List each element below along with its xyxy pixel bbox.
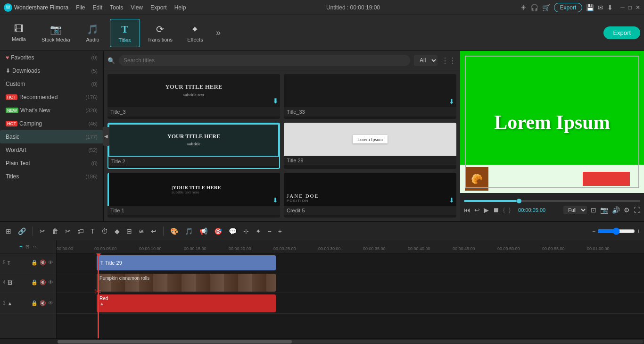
menu-tools[interactable]: Tools bbox=[110, 4, 123, 11]
delete-button[interactable]: 🗑 bbox=[50, 226, 60, 237]
title29-clip[interactable]: T Title 29 bbox=[97, 255, 276, 270]
title29-thumbnail: Lorem Ipsum bbox=[284, 123, 456, 156]
minimize-button[interactable]: ─ bbox=[620, 4, 625, 11]
link-button[interactable]: 🔗 bbox=[16, 226, 28, 237]
sidebar-item-plain-text[interactable]: Plain Text (8) bbox=[0, 157, 103, 170]
sidebar-item-custom[interactable]: Custom (0) bbox=[0, 77, 103, 91]
color2-button[interactable]: 🎨 bbox=[168, 226, 180, 237]
title-item-2[interactable]: YOUR TITLE HEREsubtitle Title 2 bbox=[107, 123, 280, 169]
prev-frame-button[interactable]: ⏮ bbox=[464, 206, 471, 214]
undo-inline-button[interactable]: ↩ bbox=[149, 226, 158, 237]
split-button[interactable]: ✂ bbox=[38, 226, 47, 237]
settings-icon[interactable]: ⚙ bbox=[624, 206, 630, 214]
menu-view[interactable]: View bbox=[131, 4, 143, 11]
sidebar-item-recommended[interactable]: HOT Recommended (176) bbox=[0, 91, 103, 104]
zoom-slider[interactable] bbox=[597, 227, 635, 235]
adjust-button[interactable]: ⊟ bbox=[124, 226, 134, 237]
tag-button[interactable]: 🏷 bbox=[75, 226, 86, 237]
title-item-1[interactable]: |YOUR TITLE HERE subtitle text here ⬇ Ti… bbox=[107, 173, 280, 218]
title-item-29[interactable]: Lorem Ipsum Title 29 bbox=[284, 123, 456, 169]
close-button[interactable]: ✕ bbox=[636, 4, 640, 11]
fit-tracks-button[interactable]: ⊡ bbox=[25, 244, 29, 249]
cart-icon[interactable]: 🛒 bbox=[542, 4, 550, 11]
track5-mute[interactable]: 🔇 bbox=[40, 260, 46, 266]
search-input[interactable] bbox=[119, 55, 410, 66]
audio2-button[interactable]: 🎵 bbox=[183, 226, 195, 237]
headphones-icon[interactable]: 🎧 bbox=[530, 4, 538, 11]
timeline-scrollbar[interactable] bbox=[0, 338, 644, 344]
maximize-button[interactable]: □ bbox=[628, 4, 632, 11]
track3-icon: ▲ bbox=[8, 301, 13, 306]
track5-lock[interactable]: 🔒 bbox=[31, 260, 38, 266]
track5-eye[interactable]: 👁 bbox=[48, 260, 53, 266]
sun-icon[interactable]: ☀ bbox=[520, 4, 527, 11]
track3-mute[interactable]: 🔇 bbox=[40, 300, 46, 306]
sidebar-item-wordart[interactable]: WordArt (52) bbox=[0, 143, 103, 157]
collapse-panel-button[interactable]: ◀ bbox=[103, 127, 109, 146]
plus-icon[interactable]: + bbox=[276, 226, 284, 237]
toolbar-stock-media[interactable]: 📷 Stock Media bbox=[36, 20, 76, 46]
stop-button[interactable]: ⏹ bbox=[493, 206, 499, 214]
preview-scrubber[interactable] bbox=[464, 200, 640, 202]
toolbar-audio[interactable]: 🎵 Audio bbox=[78, 20, 108, 46]
toolbar-media[interactable]: 🎞 Media bbox=[4, 20, 34, 46]
waveform-button[interactable]: ≋ bbox=[137, 226, 146, 237]
track3-lock[interactable]: 🔒 bbox=[31, 300, 38, 306]
mail-icon[interactable]: ✉ bbox=[598, 4, 603, 11]
quality-select[interactable]: Full bbox=[563, 206, 587, 214]
scroll-thumb[interactable] bbox=[58, 340, 292, 344]
snap-button[interactable]: ⊹ bbox=[241, 226, 251, 237]
toolbar-titles[interactable]: T Titles bbox=[110, 19, 140, 47]
back5s-button[interactable]: ↩ bbox=[474, 206, 480, 214]
menu-export[interactable]: Export bbox=[150, 4, 167, 11]
expand-tracks-button[interactable]: ↔ bbox=[32, 244, 37, 249]
volume-icon[interactable]: 🔊 bbox=[612, 206, 620, 214]
filter-select[interactable]: All bbox=[414, 55, 438, 66]
play-button[interactable]: ▶ bbox=[484, 206, 489, 214]
add-track-button[interactable]: ⊞ bbox=[4, 226, 13, 237]
menu-help[interactable]: Help bbox=[174, 4, 186, 11]
track3-eye[interactable]: 👁 bbox=[48, 300, 53, 306]
title-item-3[interactable]: YOUR TITLE HEREsubtitle text ⬇ Title_3 bbox=[107, 74, 280, 119]
fullscreen-icon[interactable]: ⛶ bbox=[634, 206, 640, 214]
title-item-credit5[interactable]: JANE DOE POSITION ⬇ Credit 5 bbox=[284, 173, 456, 218]
toolbar-effects[interactable]: ✦ Effects bbox=[180, 20, 210, 46]
download-icon[interactable]: ⬇ bbox=[607, 4, 613, 11]
title-item-33[interactable]: ⬇ Title_33 bbox=[284, 74, 456, 119]
grid-view-button[interactable]: ⋮⋮ bbox=[441, 56, 456, 65]
fit-screen-icon[interactable]: ⊡ bbox=[591, 206, 596, 214]
captions-button[interactable]: 💬 bbox=[227, 226, 239, 237]
track4-mute[interactable]: 🔇 bbox=[40, 279, 46, 285]
sidebar-item-whats-new[interactable]: NEW What's New (320) bbox=[0, 104, 103, 117]
menu-file[interactable]: File bbox=[76, 4, 85, 11]
track4-lock[interactable]: 🔒 bbox=[31, 279, 38, 285]
red-clip[interactable]: Red ▲ bbox=[97, 294, 276, 312]
login-button[interactable]: Export bbox=[554, 3, 583, 12]
toolbar-more-button[interactable]: » bbox=[212, 24, 224, 42]
track4-eye[interactable]: 👁 bbox=[48, 279, 53, 285]
save-icon[interactable]: 💾 bbox=[586, 4, 594, 11]
scrubber-handle[interactable] bbox=[517, 199, 521, 203]
clock-button[interactable]: ⏱ bbox=[99, 226, 110, 237]
stab-button[interactable]: 🎯 bbox=[212, 226, 224, 237]
zoom-minus-button[interactable]: − bbox=[592, 228, 595, 235]
sidebar-item-favorites[interactable]: ♥ Favorites (0) bbox=[0, 51, 103, 64]
minus-icon[interactable]: − bbox=[266, 226, 273, 237]
toolbar-transitions[interactable]: ⟳ Transitions bbox=[142, 20, 178, 46]
sidebar-item-downloads[interactable]: ⬇ Downloads (5) bbox=[0, 64, 103, 77]
sidebar-item-camping[interactable]: HOT Camping (46) bbox=[0, 117, 103, 130]
noise-button[interactable]: 📢 bbox=[198, 226, 209, 237]
download-icon-33: ⬇ bbox=[449, 98, 454, 105]
effect2-button[interactable]: ✦ bbox=[254, 226, 263, 237]
menu-edit[interactable]: Edit bbox=[93, 4, 103, 11]
export-button[interactable]: Export bbox=[603, 26, 640, 39]
sidebar-item-titles[interactable]: Titles (186) bbox=[0, 170, 103, 183]
screenshot-icon[interactable]: 📷 bbox=[600, 206, 608, 214]
cut-button[interactable]: ✂ bbox=[63, 226, 73, 237]
video-clip[interactable]: Pumpkin cinnamon rolls bbox=[97, 274, 276, 292]
zoom-plus-button[interactable]: + bbox=[637, 228, 640, 235]
sidebar-item-basic[interactable]: Basic (177) bbox=[0, 130, 103, 143]
color-button[interactable]: ◆ bbox=[113, 226, 122, 237]
add-track-timeline-button[interactable]: + bbox=[19, 243, 23, 250]
text-button[interactable]: T bbox=[89, 226, 97, 237]
